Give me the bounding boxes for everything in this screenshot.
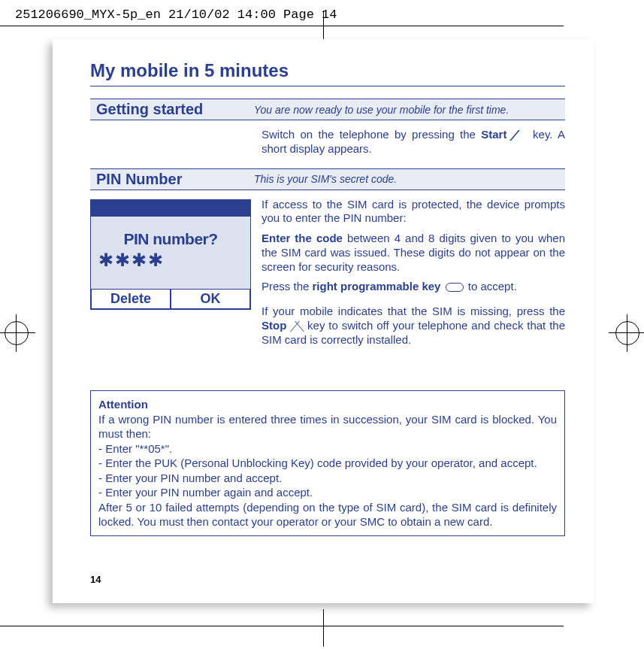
crop-line: [0, 626, 564, 626]
text: - Enter your PIN number and accept.: [98, 471, 557, 486]
page-title: My mobile in 5 minutes: [90, 60, 565, 81]
attention-box: Attention If a wrong PIN number is enter…: [90, 390, 565, 536]
section-getting-started: Getting started You are now ready to use…: [90, 99, 565, 120]
stop-key-icon: [292, 321, 302, 332]
phone-screen-illustration: PIN number? ✱✱✱✱ Delete OK: [90, 199, 251, 310]
crop-mark-header: 251206690_MYX-5p_en 21/10/02 14:00 Page …: [0, 0, 644, 26]
section-tagline: This is your SIM's secret code.: [254, 173, 559, 185]
crop-line: [323, 609, 324, 647]
phone-pin-mask: ✱✱✱✱: [94, 248, 247, 283]
phone-prompt-title: PIN number?: [94, 230, 247, 248]
softkey-ok: OK: [171, 289, 250, 309]
body-text: Switch on the telephone by pressing the …: [262, 128, 565, 162]
registration-mark: [5, 321, 29, 345]
section-heading: PIN Number: [96, 171, 254, 188]
text-bold: right programmable key: [313, 280, 441, 293]
programmable-key-icon: [446, 283, 464, 292]
text: If access to the SIM card is protected, …: [262, 198, 565, 226]
phone-statusbar: [91, 200, 250, 217]
text: - Enter the PUK (Personal Unblocking Key…: [98, 456, 557, 471]
text: If your mobile indicates that the SIM is…: [262, 305, 565, 317]
softkey-delete: Delete: [91, 289, 171, 309]
manual-page: My mobile in 5 minutes Getting started Y…: [53, 39, 594, 603]
page-number: 14: [90, 574, 101, 585]
text: Press the: [262, 280, 313, 293]
text: If a wrong PIN number is entered three t…: [98, 412, 557, 441]
title-rule: [90, 86, 565, 86]
body-text: If access to the SIM card is protected, …: [262, 198, 565, 353]
text: to accept.: [465, 280, 517, 293]
text: key to switch off your telephone and che…: [262, 319, 565, 346]
crop-line: [0, 26, 564, 26]
section-pin-number: PIN Number This is your SIM's secret cod…: [90, 168, 565, 190]
attention-heading: Attention: [98, 397, 557, 412]
text-bold: Stop: [262, 319, 286, 332]
section-heading: Getting started: [96, 101, 254, 118]
text: - Enter your PIN number again and accept…: [98, 485, 557, 500]
text: Switch on the telephone by pressing the: [262, 128, 481, 141]
text-bold: Start: [481, 128, 506, 141]
text: After 5 or 10 failed attempts (depending…: [98, 500, 557, 529]
section-tagline: You are now ready to use your mobile for…: [254, 104, 559, 116]
registration-mark: [615, 321, 639, 345]
text: - Enter "**05*".: [98, 441, 557, 456]
text-bold: Enter the code: [262, 232, 343, 244]
